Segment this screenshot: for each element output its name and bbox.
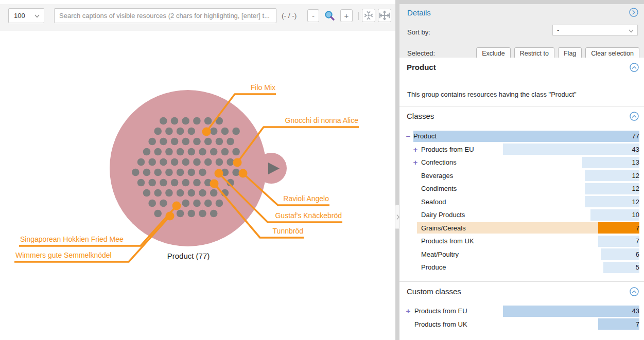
highlighted-resource-dot[interactable]	[233, 158, 242, 167]
search-input[interactable]	[54, 8, 276, 23]
resource-label[interactable]: Wimmers gute Semmelknödel	[15, 251, 112, 259]
class-row-confections[interactable]: +Confections13	[399, 156, 644, 169]
resource-dot[interactable]	[154, 128, 162, 135]
class-row-products-from-eu[interactable]: +Products from EU43	[399, 143, 644, 156]
resource-dot[interactable]	[188, 210, 196, 218]
resource-label[interactable]: Gustaf's Knäckebröd	[275, 211, 342, 220]
resource-dot[interactable]	[177, 169, 184, 176]
resource-dot[interactable]	[171, 158, 179, 166]
resource-dot[interactable]	[210, 148, 218, 156]
resource-dot[interactable]	[232, 128, 240, 135]
resource-dot[interactable]	[193, 117, 201, 125]
resource-dot[interactable]	[137, 179, 145, 187]
class-row-products-from-eu[interactable]: +Products from EU43	[399, 305, 644, 318]
class-row-dairy-products[interactable]: Dairy Products10	[399, 208, 644, 222]
resource-dot[interactable]	[188, 169, 196, 176]
graph-canvas[interactable]: Filo MixGnocchi di nonna AliceRavioli An…	[0, 0, 395, 340]
collapse-section-icon[interactable]	[630, 287, 639, 296]
resource-dot[interactable]	[232, 148, 240, 156]
resource-dot[interactable]	[204, 138, 212, 146]
resource-dot[interactable]	[193, 200, 201, 207]
resource-dot[interactable]	[177, 148, 184, 156]
resource-label[interactable]: Ravioli Angelo	[283, 194, 329, 203]
resource-dot[interactable]	[182, 158, 190, 166]
resource-dot[interactable]	[160, 158, 167, 166]
plus-icon[interactable]: +	[412, 143, 419, 156]
resource-dot[interactable]	[148, 158, 156, 166]
resource-dot[interactable]	[216, 138, 223, 146]
resource-dot[interactable]	[193, 158, 201, 166]
highlighted-resource-dot[interactable]	[202, 128, 211, 136]
resource-dot[interactable]	[177, 128, 184, 135]
resource-dot[interactable]	[171, 179, 179, 187]
resource-dot[interactable]	[182, 200, 190, 207]
minus-icon[interactable]: −	[405, 130, 412, 143]
resource-dot[interactable]	[199, 148, 206, 156]
resource-dot[interactable]	[193, 179, 201, 187]
resource-dot[interactable]	[154, 169, 162, 176]
resource-dot[interactable]	[221, 128, 229, 135]
resource-dot[interactable]	[182, 138, 190, 146]
zoom-level-select[interactable]: 100	[8, 8, 44, 23]
class-row-products-from-uk[interactable]: Products from UK7	[399, 235, 644, 248]
highlighted-resource-dot[interactable]	[215, 169, 223, 178]
resource-dot[interactable]	[160, 138, 167, 146]
resource-dot[interactable]	[210, 210, 218, 218]
resource-dot[interactable]	[160, 117, 167, 125]
resource-dot[interactable]	[165, 169, 173, 176]
resource-dot[interactable]	[199, 210, 206, 218]
resource-dot[interactable]	[143, 169, 151, 176]
resource-dot[interactable]	[165, 128, 173, 135]
class-row-product[interactable]: −Product77	[399, 130, 644, 143]
resource-dot[interactable]	[204, 158, 212, 166]
resource-dot[interactable]	[188, 128, 196, 135]
resource-dot[interactable]	[204, 117, 212, 125]
resource-dot[interactable]	[199, 169, 206, 176]
resource-dot[interactable]	[216, 158, 223, 166]
highlighted-resource-dot[interactable]	[166, 212, 175, 221]
center-view-icon[interactable]	[362, 9, 375, 22]
resource-dot[interactable]	[148, 200, 156, 207]
resource-dot[interactable]	[177, 189, 184, 197]
highlighted-resource-dot[interactable]	[239, 169, 248, 178]
resource-dot[interactable]	[210, 128, 218, 135]
resource-dot[interactable]	[204, 200, 212, 207]
resource-dot[interactable]	[232, 169, 240, 176]
collapse-section-icon[interactable]	[630, 63, 639, 72]
class-row-produce[interactable]: Produce5	[399, 261, 644, 274]
resource-dot[interactable]	[132, 169, 140, 176]
resource-label[interactable]: Gnocchi di nonna Alice	[285, 116, 359, 124]
resource-dot[interactable]	[160, 179, 167, 187]
highlighted-resource-dot[interactable]	[210, 180, 219, 188]
resource-label[interactable]: Singaporean Hokkien Fried Mee	[20, 235, 124, 243]
resource-dot[interactable]	[143, 148, 151, 156]
resource-dot[interactable]	[216, 200, 223, 207]
resource-dot[interactable]	[165, 189, 173, 197]
resource-dot[interactable]	[154, 189, 162, 197]
plus-icon[interactable]: +	[405, 305, 412, 318]
resource-dot[interactable]	[221, 148, 229, 156]
plus-icon[interactable]: +	[412, 156, 419, 169]
resource-dot[interactable]	[182, 179, 190, 187]
highlighted-resource-dot[interactable]	[172, 202, 181, 210]
resource-dot[interactable]	[160, 200, 167, 207]
resource-dot[interactable]	[188, 148, 196, 156]
resource-dot[interactable]	[165, 148, 173, 156]
resource-dot[interactable]	[210, 189, 218, 197]
fit-to-screen-icon[interactable]	[378, 9, 391, 22]
resource-dot[interactable]	[171, 117, 179, 125]
resource-dot[interactable]	[171, 138, 179, 146]
resource-dot[interactable]	[193, 138, 201, 146]
class-row-condiments[interactable]: Condiments12	[399, 182, 644, 195]
resource-label[interactable]: Filo Mix	[251, 83, 275, 92]
resource-dot[interactable]	[199, 189, 206, 197]
resource-dot[interactable]	[137, 158, 145, 166]
resource-dot[interactable]	[188, 189, 196, 197]
resource-dot[interactable]	[148, 179, 156, 187]
resource-dot[interactable]	[154, 210, 162, 218]
resource-dot[interactable]	[143, 189, 151, 197]
class-row-meat-poultry[interactable]: Meat/Poultry6	[399, 248, 644, 261]
group-bubble[interactable]	[110, 90, 266, 246]
resource-dot[interactable]	[154, 148, 162, 156]
sort-by-select[interactable]: -	[552, 25, 638, 35]
